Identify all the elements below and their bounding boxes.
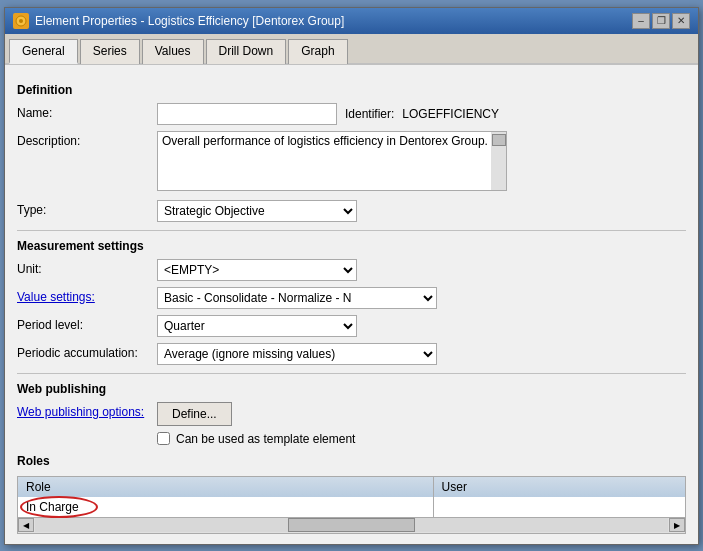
unit-select[interactable]: <EMPTY> % USD EUR	[157, 259, 357, 281]
in-charge-text: In Charge	[26, 500, 79, 514]
roles-section: Role User In Charge ◀	[17, 476, 686, 534]
description-input[interactable]: Overall performance of logistics efficie…	[157, 131, 507, 191]
user-column-header: User	[433, 476, 685, 497]
restore-button[interactable]: ❐	[652, 13, 670, 29]
periodic-label: Periodic accumulation:	[17, 343, 157, 360]
tab-general[interactable]: General	[9, 39, 78, 64]
title-bar: Element Properties - Logistics Efficienc…	[5, 8, 698, 34]
web-pub-row: Web publishing options: Define...	[17, 402, 686, 426]
roles-table: Role User In Charge	[17, 476, 686, 518]
period-label: Period level:	[17, 315, 157, 332]
periodic-row: Periodic accumulation: Average (ignore m…	[17, 343, 686, 365]
template-checkbox-row: Can be used as template element	[157, 432, 686, 446]
table-row: In Charge	[18, 497, 686, 518]
tab-content: Definition Name: Logistics Efficiency Id…	[5, 65, 698, 544]
roles-header-row: Role User	[18, 476, 686, 497]
window-title: Element Properties - Logistics Efficienc…	[35, 14, 344, 28]
type-row: Type: Strategic Objective Operational Ob…	[17, 200, 686, 222]
define-button[interactable]: Define...	[157, 402, 232, 426]
name-input[interactable]: Logistics Efficiency	[157, 103, 337, 125]
scrollbar-left-arrow[interactable]: ◀	[18, 518, 34, 532]
name-label: Name:	[17, 103, 157, 120]
tab-drilldown[interactable]: Drill Down	[206, 39, 287, 64]
role-column-header: Role	[18, 476, 434, 497]
horizontal-scrollbar[interactable]: ◀ ▶	[17, 518, 686, 534]
roles-section-label: Roles	[17, 454, 686, 468]
role-cell: In Charge	[18, 497, 434, 518]
name-row: Name: Logistics Efficiency Identifier: L…	[17, 103, 686, 125]
description-scrollbar[interactable]	[491, 131, 507, 191]
separator-2	[17, 373, 686, 374]
close-button[interactable]: ✕	[672, 13, 690, 29]
description-wrapper: Overall performance of logistics efficie…	[157, 131, 507, 194]
definition-section-label: Definition	[17, 83, 686, 97]
value-settings-label[interactable]: Value settings:	[17, 287, 157, 304]
unit-row: Unit: <EMPTY> % USD EUR	[17, 259, 686, 281]
svg-point-1	[19, 19, 23, 23]
scrollbar-right-arrow[interactable]: ▶	[669, 518, 685, 532]
value-settings-row: Value settings: Basic - Consolidate - No…	[17, 287, 686, 309]
scrollbar-track	[35, 518, 668, 532]
tab-graph[interactable]: Graph	[288, 39, 347, 64]
name-input-area: Logistics Efficiency Identifier: LOGEFFI…	[157, 103, 686, 125]
identifier-value: LOGEFFICIENCY	[402, 107, 499, 121]
periodic-select[interactable]: Average (ignore missing values) Sum Last…	[157, 343, 437, 365]
tab-bar: General Series Values Drill Down Graph	[5, 34, 698, 65]
tab-series[interactable]: Series	[80, 39, 140, 64]
main-window: Element Properties - Logistics Efficienc…	[4, 7, 699, 545]
description-row: Description: Overall performance of logi…	[17, 131, 686, 194]
app-icon	[13, 13, 29, 29]
type-select[interactable]: Strategic Objective Operational Objectiv…	[157, 200, 357, 222]
period-select[interactable]: Quarter Month Year	[157, 315, 357, 337]
scrollbar-thumb	[492, 134, 506, 146]
web-publishing-section-label: Web publishing	[17, 382, 686, 396]
scrollbar-h-thumb	[288, 518, 415, 532]
template-checkbox-label: Can be used as template element	[176, 432, 355, 446]
type-label: Type:	[17, 200, 157, 217]
web-pub-label[interactable]: Web publishing options:	[17, 402, 157, 419]
value-settings-select[interactable]: Basic - Consolidate - Normalize - N Basi…	[157, 287, 437, 309]
minimize-button[interactable]: –	[632, 13, 650, 29]
template-checkbox[interactable]	[157, 432, 170, 445]
user-cell	[433, 497, 685, 518]
measurement-section-label: Measurement settings	[17, 239, 686, 253]
identifier-label: Identifier:	[345, 107, 394, 121]
title-buttons: – ❐ ✕	[632, 13, 690, 29]
title-bar-left: Element Properties - Logistics Efficienc…	[13, 13, 344, 29]
unit-label: Unit:	[17, 259, 157, 276]
tab-values[interactable]: Values	[142, 39, 204, 64]
description-label: Description:	[17, 131, 157, 148]
period-row: Period level: Quarter Month Year	[17, 315, 686, 337]
separator-1	[17, 230, 686, 231]
